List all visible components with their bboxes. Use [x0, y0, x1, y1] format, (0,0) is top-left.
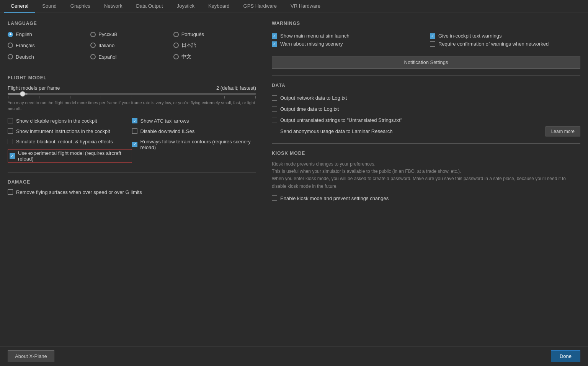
tick-3: [70, 96, 70, 98]
checkbox-simulate-blackout[interactable]: Simulate blackout, redout, & hypoxia eff…: [8, 139, 132, 144]
kiosk-description: Kiosk mode prevents changes to your pref…: [272, 161, 580, 190]
language-portuguese-label: Português: [181, 31, 204, 37]
slider-ticks: [8, 96, 256, 98]
checkbox-enable-kiosk-box: [272, 195, 277, 201]
flight-model-header: FLIGHT MODEL: [8, 75, 256, 80]
checkbox-experimental-flight[interactable]: Use experimental flight model (requires …: [8, 149, 132, 163]
checkbox-show-atc-label: Show ATC taxi arrows: [140, 118, 189, 124]
tick-6: [163, 96, 163, 98]
language-italian[interactable]: Italiano: [90, 41, 173, 49]
damage-section: Remove flying surfaces when over speed o…: [8, 189, 256, 195]
radio-portuguese: [173, 32, 179, 37]
checkbox-give-incockpit[interactable]: Give in-cockpit text warnings: [430, 33, 580, 39]
checkbox-remove-flying[interactable]: Remove flying surfaces when over speed o…: [8, 189, 256, 195]
tab-keyboard[interactable]: Keyboard: [201, 0, 237, 13]
kiosk-line-1: Kiosk mode prevents changes to your pref…: [272, 161, 376, 167]
flight-model-slider-container: Flight models per frame 2 (default; fast…: [8, 85, 256, 112]
tab-sound[interactable]: Sound: [35, 0, 64, 13]
radio-japanese: [173, 43, 179, 48]
checkbox-enable-kiosk-label: Enable kiosk mode and prevent settings c…: [280, 195, 389, 201]
checkbox-output-untranslated[interactable]: Output untranslated strings to "Untransl…: [272, 117, 580, 123]
checkbox-show-atc-box: [132, 118, 137, 123]
checkbox-runways-terrain[interactable]: Runways follow terrain contours (require…: [132, 139, 256, 150]
checkbox-remove-flying-box: [8, 189, 13, 195]
checkbox-enable-kiosk[interactable]: Enable kiosk mode and prevent settings c…: [272, 195, 580, 201]
bottom-bar: About X-Plane Done: [0, 346, 588, 366]
damage-header: DAMAGE: [8, 179, 256, 185]
flight-model-checkboxes: Show clickable regions in the cockpit Sh…: [8, 116, 256, 165]
warnings-grid: Show main menu at sim launch Warn about …: [272, 31, 580, 49]
checkbox-output-untranslated-box: [272, 118, 277, 123]
language-german-label: Deutsch: [16, 54, 34, 60]
checkbox-output-network[interactable]: Output network data to Log.txt: [272, 95, 580, 101]
slider-thumb[interactable]: [20, 91, 25, 97]
checkbox-simulate-blackout-label: Simulate blackout, redout, & hypoxia eff…: [16, 139, 113, 144]
language-portuguese[interactable]: Português: [173, 31, 256, 38]
checkbox-require-confirmation[interactable]: Require confirmation of warnings when ne…: [430, 41, 580, 47]
learn-more-button[interactable]: Learn more: [546, 126, 580, 136]
notification-settings-button[interactable]: Notification Settings: [272, 56, 580, 69]
slider-label: Flight models per frame: [8, 85, 60, 91]
tab-bar: General Sound Graphics Network Data Outp…: [0, 0, 588, 13]
checkbox-output-time[interactable]: Output time data to Log.txt: [272, 106, 580, 112]
tab-vr-hardware[interactable]: VR Hardware: [284, 0, 327, 13]
data-divider: [272, 143, 580, 144]
checkbox-runways-terrain-label: Runways follow terrain contours (require…: [140, 139, 256, 150]
tick-9: [255, 96, 256, 98]
checkbox-output-time-box: [272, 107, 277, 112]
radio-chinese: [173, 54, 179, 59]
checkbox-show-clickable[interactable]: Show clickable regions in the cockpit: [8, 118, 132, 124]
checkbox-show-instrument[interactable]: Show instrument instructions in the cock…: [8, 128, 132, 134]
warnings-divider: [272, 75, 580, 76]
language-chinese[interactable]: 中文: [173, 53, 256, 61]
send-anonymous-row: Send anonymous usage data to Laminar Res…: [272, 126, 580, 136]
warnings-header: WARNINGS: [272, 21, 580, 26]
language-spanish-label: Español: [98, 54, 116, 60]
tab-general[interactable]: General: [4, 0, 35, 13]
tab-network[interactable]: Network: [97, 0, 129, 13]
language-russian[interactable]: Русский: [90, 31, 173, 38]
radio-spanish: [90, 54, 96, 59]
warnings-left: Show main menu at sim launch Warn about …: [272, 31, 422, 49]
language-french[interactable]: Français: [8, 41, 90, 49]
tab-graphics[interactable]: Graphics: [64, 0, 97, 13]
checkbox-output-network-label: Output network data to Log.txt: [280, 95, 347, 101]
language-english[interactable]: English: [8, 31, 90, 38]
language-divider: [8, 68, 256, 68]
checkbox-give-incockpit-box: [430, 33, 435, 39]
checkbox-send-anonymous[interactable]: Send anonymous usage data to Laminar Res…: [272, 128, 392, 134]
language-french-label: Français: [16, 43, 35, 48]
checkbox-remove-flying-label: Remove flying surfaces when over speed o…: [16, 189, 142, 195]
data-checkboxes: Output network data to Log.txt Output ti…: [272, 93, 580, 136]
tick-4: [101, 96, 101, 98]
radio-german: [8, 54, 13, 59]
checkbox-show-atc[interactable]: Show ATC taxi arrows: [132, 118, 256, 124]
checkbox-send-anonymous-label: Send anonymous usage data to Laminar Res…: [280, 128, 392, 134]
kiosk-line-3: When you enter kiosk mode, you will be a…: [272, 176, 566, 189]
tab-joystick[interactable]: Joystick: [170, 0, 201, 13]
language-german[interactable]: Deutsch: [8, 53, 90, 61]
checkbox-show-instrument-label: Show instrument instructions in the cock…: [16, 128, 110, 134]
checkbox-send-anonymous-box: [272, 129, 277, 134]
checkbox-show-main-menu[interactable]: Show main menu at sim launch: [272, 33, 422, 39]
tick-1: [8, 96, 8, 98]
checkbox-simulate-blackout-box: [8, 139, 13, 144]
language-spanish[interactable]: Español: [90, 53, 173, 61]
flight-model-slider-track[interactable]: [8, 93, 256, 95]
about-button[interactable]: About X-Plane: [8, 350, 54, 362]
tab-data-output[interactable]: Data Output: [129, 0, 170, 13]
done-button[interactable]: Done: [551, 350, 580, 362]
radio-english: [8, 32, 13, 37]
checkbox-warn-missing[interactable]: Warn about missing scenery: [272, 41, 422, 47]
checkbox-output-time-label: Output time data to Log.txt: [280, 106, 339, 112]
language-japanese[interactable]: 日本語: [173, 41, 256, 49]
checkbox-require-confirmation-label: Require confirmation of warnings when ne…: [438, 41, 549, 47]
checkbox-require-confirmation-box: [430, 41, 435, 47]
checkbox-show-main-menu-box: [272, 33, 277, 39]
checkbox-disable-ils[interactable]: Disable downwind ILSes: [132, 128, 256, 134]
slider-label-row: Flight models per frame 2 (default; fast…: [8, 85, 256, 91]
language-italian-label: Italiano: [98, 43, 114, 48]
checkbox-warn-missing-box: [272, 41, 277, 47]
tick-7: [194, 96, 194, 98]
tab-gps-hardware[interactable]: GPS Hardware: [237, 0, 284, 13]
